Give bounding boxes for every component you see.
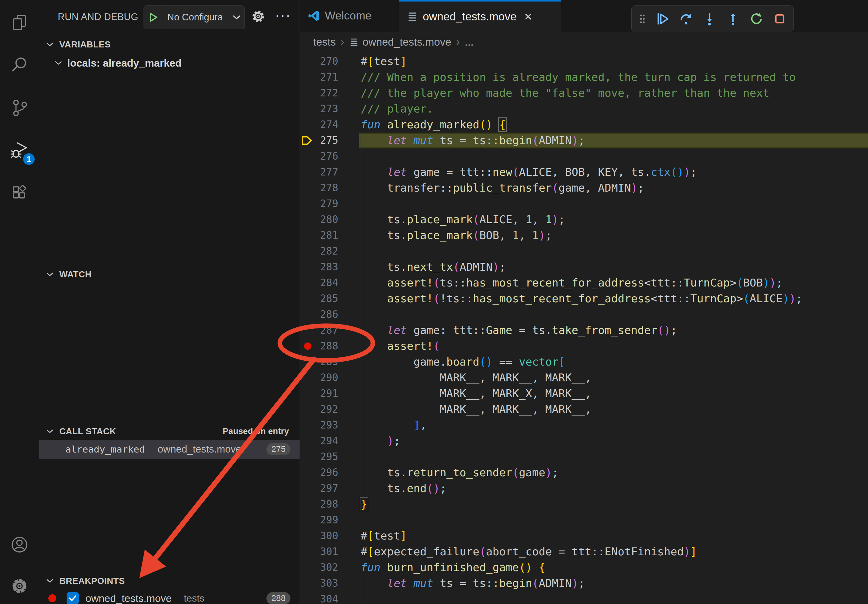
watch-section-header[interactable]: WATCH: [39, 266, 299, 283]
stop-button[interactable]: [770, 8, 789, 29]
variables-section-header[interactable]: VARIABLES: [39, 36, 299, 53]
line-number[interactable]: 273: [309, 101, 338, 117]
line-number[interactable]: 280: [309, 212, 338, 228]
code-line-298: 298}: [300, 496, 868, 512]
search-icon[interactable]: [0, 48, 39, 82]
tab-owned-tests-move[interactable]: owned_tests.move ✕: [399, 0, 561, 32]
breakpoints-label: BREAKPOINTS: [59, 576, 125, 586]
line-number[interactable]: 287: [309, 322, 338, 338]
code-line-271: 271/// When a position is already marked…: [300, 69, 868, 85]
line-number[interactable]: 274: [309, 117, 338, 133]
tab-welcome[interactable]: Welcome: [300, 0, 399, 32]
code-text: ts.next_tx(ADMIN);: [361, 259, 506, 275]
code-line-286: 286: [300, 307, 868, 322]
line-number[interactable]: 293: [309, 417, 338, 433]
step-out-button[interactable]: [723, 8, 743, 29]
line-number[interactable]: 292: [309, 401, 338, 417]
line-number[interactable]: 289: [309, 354, 338, 370]
line-number[interactable]: 276: [309, 149, 338, 164]
code-text: ts.place_mark(BOB, 1, 1);: [361, 228, 552, 243]
line-number[interactable]: 283: [309, 259, 338, 275]
toolbar-drag-handle[interactable]: [636, 8, 649, 29]
line-number[interactable]: 271: [309, 69, 338, 85]
line-number[interactable]: 279: [309, 196, 338, 212]
code-text: MARK__, MARK_X, MARK__,: [361, 386, 592, 401]
code-line-276: 276: [300, 149, 868, 164]
step-over-button[interactable]: [676, 8, 696, 29]
breakpoint-enabled-checkbox[interactable]: [67, 592, 79, 604]
debug-config-select[interactable]: No Configura: [144, 5, 245, 29]
more-actions-icon[interactable]: ···: [271, 4, 295, 26]
close-tab-icon[interactable]: ✕: [524, 11, 533, 23]
line-number[interactable]: 275: [309, 133, 338, 149]
line-number[interactable]: 285: [309, 291, 338, 307]
code-line-293: 293 ],: [300, 417, 868, 433]
tab-label: owned_tests.move: [423, 10, 517, 23]
chevron-down-icon: [46, 578, 54, 583]
paused-status: Paused on entry: [223, 426, 289, 436]
line-number[interactable]: 303: [309, 575, 338, 591]
call-stack-frame-row[interactable]: already_marked owned_tests.move 275: [39, 440, 299, 458]
settings-gear-icon[interactable]: [0, 569, 39, 603]
source-control-icon[interactable]: [0, 91, 39, 124]
line-number[interactable]: 299: [309, 512, 338, 528]
run-and-debug-icon[interactable]: 1: [0, 133, 39, 167]
restart-button[interactable]: [747, 8, 766, 29]
breadcrumb-folder[interactable]: tests: [313, 36, 336, 48]
code-text: MARK__, MARK__, MARK__,: [361, 370, 592, 386]
run-and-debug-sidebar: RUN AND DEBUG No Configura ···: [39, 0, 300, 604]
line-number[interactable]: 286: [309, 307, 338, 322]
breakpoint-list-item[interactable]: owned_tests.move tests 288: [39, 589, 299, 604]
extensions-icon[interactable]: [0, 176, 39, 209]
breadcrumb-more[interactable]: ...: [465, 36, 474, 48]
line-number[interactable]: 282: [309, 243, 338, 259]
explorer-icon[interactable]: [0, 5, 39, 39]
line-number[interactable]: 277: [309, 164, 338, 180]
locals-scope-item[interactable]: locals: already_marked: [39, 54, 299, 72]
code-line-272: 272/// the player who made the "false" m…: [300, 85, 868, 101]
step-into-button[interactable]: [700, 8, 719, 29]
line-number[interactable]: 297: [309, 480, 338, 496]
start-debug-icon[interactable]: [144, 6, 163, 29]
code-text: ts.return_to_sender(game);: [361, 465, 558, 480]
line-number[interactable]: 301: [309, 544, 338, 560]
call-stack-section-header[interactable]: CALL STACK Paused on entry: [39, 423, 299, 440]
code-line-287: 287 let game: ttt::Game = ts.take_from_s…: [300, 322, 868, 338]
sidebar-title: RUN AND DEBUG: [58, 12, 138, 23]
debug-settings-gear-icon[interactable]: [248, 7, 268, 26]
line-number[interactable]: 281: [309, 228, 338, 243]
code-text: fun burn_unfinished_game() {: [361, 560, 545, 575]
frame-line-badge: 275: [267, 443, 290, 455]
breakpoint-file: owned_tests.move: [85, 592, 172, 604]
code-line-291: 291 MARK__, MARK_X, MARK__,: [300, 386, 868, 401]
code-line-275: 275 let mut ts = ts::begin(ADMIN);: [300, 133, 868, 149]
line-number[interactable]: 298: [309, 496, 338, 512]
line-number[interactable]: 272: [309, 85, 338, 101]
line-number[interactable]: 302: [309, 560, 338, 575]
line-number[interactable]: 284: [309, 275, 338, 291]
line-number[interactable]: 270: [309, 54, 338, 69]
line-number[interactable]: 291: [309, 386, 338, 401]
code-line-290: 290 MARK__, MARK__, MARK__,: [300, 370, 868, 386]
line-number[interactable]: 290: [309, 370, 338, 386]
frame-file: owned_tests.move: [158, 443, 241, 455]
chevron-down-icon: [54, 60, 62, 65]
line-number[interactable]: 300: [309, 528, 338, 544]
line-number[interactable]: 304: [309, 591, 338, 604]
line-number[interactable]: 294: [309, 433, 338, 449]
account-icon[interactable]: [0, 528, 39, 561]
continue-button[interactable]: [653, 8, 673, 29]
line-number[interactable]: 278: [309, 180, 338, 196]
line-number[interactable]: 288: [309, 338, 338, 354]
code-line-302: 302fun burn_unfinished_game() {: [300, 560, 868, 575]
code-line-277: 277 let game = ttt::new(ALICE, BOB, KEY,…: [300, 164, 868, 180]
code-text: #[test]: [361, 528, 407, 544]
code-line-284: 284 assert!(ts::has_most_recent_for_addr…: [300, 275, 868, 291]
line-number[interactable]: 295: [309, 449, 338, 465]
code-line-288: 288 assert!(: [300, 338, 868, 354]
code-editor[interactable]: 270#[test]271/// When a position is alre…: [300, 52, 868, 604]
breadcrumb-file[interactable]: owned_tests.move: [363, 36, 451, 48]
code-text: ],: [361, 417, 427, 433]
breakpoints-section-header[interactable]: BREAKPOINTS: [39, 572, 299, 589]
line-number[interactable]: 296: [309, 465, 338, 480]
